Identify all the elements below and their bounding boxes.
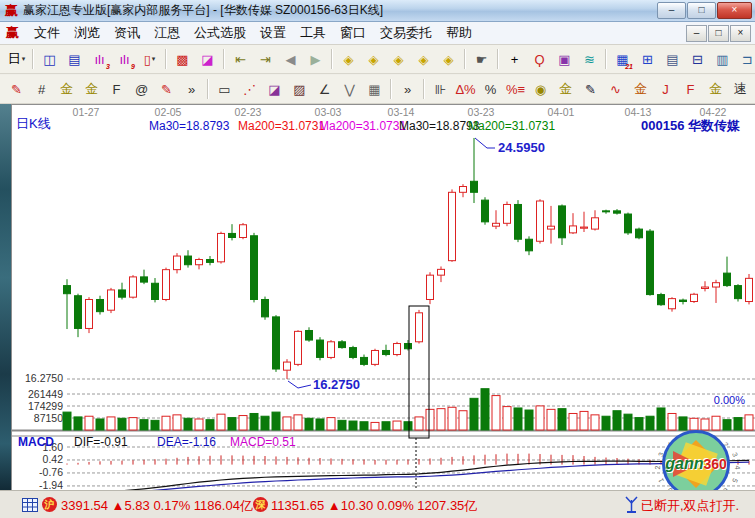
svg-text:-0.76: -0.76 bbox=[39, 466, 63, 478]
zoom-diamond-4-icon[interactable]: ◈ bbox=[411, 47, 436, 71]
zoom-diamond-5-icon[interactable]: ◈ bbox=[436, 47, 461, 71]
prev-page-icon[interactable]: ◀ bbox=[278, 47, 303, 71]
menu-item-3[interactable]: 江恩 bbox=[147, 23, 187, 42]
svg-text:Ma200=31.0731: Ma200=31.0731 bbox=[238, 119, 325, 133]
gold-angle-icon[interactable]: 金 bbox=[628, 77, 653, 101]
speed-line-icon[interactable]: 速 bbox=[728, 77, 753, 101]
pan-hand-icon[interactable]: ☛ bbox=[469, 47, 494, 71]
zoom-diamond-3-icon[interactable]: ◈ bbox=[386, 47, 411, 71]
gann-circle-icon[interactable]: ◉ bbox=[528, 77, 553, 101]
next-page-icon[interactable]: ▶ bbox=[303, 47, 328, 71]
toolbox-icon[interactable]: ▣ bbox=[552, 47, 577, 71]
zoom-diamond-2-icon[interactable]: ◈ bbox=[361, 47, 386, 71]
vee-line-icon[interactable]: ⋁ bbox=[337, 77, 362, 101]
menu-item-2[interactable]: 资讯 bbox=[107, 23, 147, 42]
spiral-icon[interactable]: @ bbox=[129, 77, 154, 101]
grid-tool-icon[interactable]: # bbox=[29, 77, 54, 101]
export-icon[interactable]: ▥ bbox=[710, 47, 735, 71]
svg-text:000156 华数传媒: 000156 华数传媒 bbox=[641, 118, 740, 133]
kline-chart-area[interactable]: 16.2750261449174299871501.600.42-0.76-1.… bbox=[11, 104, 755, 490]
candle-style-icon[interactable]: ▯▾ bbox=[137, 47, 162, 71]
menu-item-7[interactable]: 窗口 bbox=[333, 23, 373, 42]
percent-lines-icon[interactable]: %≡ bbox=[503, 77, 528, 101]
svg-text:04-01: 04-01 bbox=[548, 106, 575, 118]
mdi-restore-button[interactable]: □ bbox=[708, 25, 729, 42]
connection-status-text[interactable]: 已断开,双点打开. bbox=[641, 497, 739, 515]
mdi-minimize-button[interactable]: – bbox=[686, 25, 707, 42]
calculator-icon[interactable]: ⊞ bbox=[635, 47, 660, 71]
first-page-icon[interactable]: ⇤ bbox=[228, 47, 253, 71]
svg-text:16.2750: 16.2750 bbox=[25, 372, 63, 384]
menu-bar: 赢 文件浏览资讯江恩公式选股设置工具窗口交易委托帮助 – □ × bbox=[0, 22, 755, 45]
brush-icon[interactable]: ✎ bbox=[4, 77, 29, 101]
svg-text:03-03: 03-03 bbox=[315, 106, 342, 118]
status-bar: 沪 3391.54 ▲5.83 0.17% 1186.04亿 深 11351.6… bbox=[0, 490, 755, 518]
gann-gold2-icon[interactable]: 金 bbox=[79, 77, 104, 101]
svg-text:MACD: MACD bbox=[18, 435, 54, 449]
maximize-button[interactable]: □ bbox=[687, 2, 716, 19]
svg-text:04-22: 04-22 bbox=[700, 106, 727, 118]
wave-icon[interactable]: ∿ bbox=[603, 77, 628, 101]
last-page-icon[interactable]: ⇥ bbox=[253, 47, 278, 71]
magnifier-icon[interactable]: Ϙ bbox=[527, 47, 552, 71]
menu-logo-icon: 赢 bbox=[6, 24, 19, 42]
fibonacci-icon[interactable]: F bbox=[104, 77, 129, 101]
minimize-button[interactable]: – bbox=[657, 2, 686, 19]
calendar-icon[interactable]: ▦21 bbox=[610, 47, 635, 71]
ray-fan-icon[interactable]: ⋰ bbox=[237, 77, 262, 101]
percent-icon[interactable]: % bbox=[478, 77, 503, 101]
kline-chart-canvas[interactable]: 16.2750261449174299871501.600.42-0.76-1.… bbox=[12, 105, 755, 490]
menu-item-4[interactable]: 公式选股 bbox=[187, 23, 253, 42]
minute3-chart-icon[interactable]: ılı3 bbox=[87, 47, 112, 71]
angle-line-icon[interactable]: ∠ bbox=[312, 77, 337, 101]
quote-list-icon[interactable]: ▤ bbox=[62, 47, 87, 71]
mdi-close-button[interactable]: × bbox=[730, 25, 751, 42]
gann-gold-icon[interactable]: 金 bbox=[54, 77, 79, 101]
rect-tool-icon[interactable]: ▭ bbox=[212, 77, 237, 101]
marker-icon[interactable]: ✎ bbox=[578, 77, 603, 101]
intraday-chart-icon[interactable]: ◫ bbox=[37, 47, 62, 71]
shenzhen-index-quote: 11351.65 ▲10.30 0.09% 1207.35亿 bbox=[271, 497, 477, 515]
toolbar-separator bbox=[390, 79, 392, 99]
j-angle-icon[interactable]: J bbox=[653, 77, 678, 101]
market-table-icon[interactable] bbox=[22, 498, 38, 512]
scale-ruler-icon[interactable]: ⊪ bbox=[428, 77, 453, 101]
svg-text:261449: 261449 bbox=[28, 388, 63, 400]
svg-text:Ma200=31.0731: Ma200=31.0731 bbox=[319, 119, 406, 133]
pattern-box-icon[interactable]: ▩ bbox=[170, 47, 195, 71]
menu-item-0[interactable]: 文件 bbox=[27, 23, 67, 42]
brush-ruler-icon[interactable]: ✎ bbox=[154, 77, 179, 101]
menu-item-6[interactable]: 工具 bbox=[293, 23, 333, 42]
minute9-chart-icon[interactable]: ılı9 bbox=[112, 47, 137, 71]
percent-retrace-icon[interactable]: Δ% bbox=[453, 77, 478, 101]
download-cart-icon[interactable]: ⊐ bbox=[735, 47, 755, 71]
kline-period-selector[interactable]: 日▾ bbox=[4, 47, 29, 71]
menu-item-8[interactable]: 交易委托 bbox=[373, 23, 439, 42]
toolbar-drawing: ✎#金金F@✎»▭⋰◪▨∠⋁▦»⊪Δ%%%≡◉金✎∿金JF金速赢四 bbox=[0, 75, 755, 104]
svg-text:03-23: 03-23 bbox=[468, 106, 495, 118]
more-tools-icon[interactable]: » bbox=[179, 77, 204, 101]
hatch-box-icon[interactable]: ▨ bbox=[287, 77, 312, 101]
toolbar-main: 日▾◫▤ılı3ılı9▯▾▩◪⇤⇥◀▶◈◈◈◈◈☛+Ϙ▣≋▦21⊞▤⊟▥⊐ bbox=[0, 45, 755, 74]
notebook-icon[interactable]: ▤ bbox=[660, 47, 685, 71]
zoom-diamond-1-icon[interactable]: ◈ bbox=[336, 47, 361, 71]
grid-block-icon[interactable]: ▦ bbox=[362, 77, 387, 101]
svg-text:02-23: 02-23 bbox=[235, 106, 262, 118]
menu-item-5[interactable]: 设置 bbox=[253, 23, 293, 42]
arc-box-icon[interactable]: ◪ bbox=[262, 77, 287, 101]
menu-item-1[interactable]: 浏览 bbox=[67, 23, 107, 42]
shenzhen-index-icon[interactable]: 深 bbox=[253, 497, 268, 512]
gold-lines-icon[interactable]: 金 bbox=[553, 77, 578, 101]
close-button[interactable]: × bbox=[717, 2, 752, 19]
toolbar-separator bbox=[464, 49, 466, 69]
more-tools2-icon[interactable]: » bbox=[395, 77, 420, 101]
crosshair-icon[interactable]: + bbox=[502, 47, 527, 71]
gold-ray-icon[interactable]: 金 bbox=[703, 77, 728, 101]
multi-line-icon[interactable]: ≋ bbox=[577, 47, 602, 71]
shanghai-index-icon[interactable]: 沪 bbox=[42, 497, 57, 512]
toolbar-separator bbox=[165, 49, 167, 69]
save-icon[interactable]: ⊟ bbox=[685, 47, 710, 71]
f-angle-icon[interactable]: F bbox=[678, 77, 703, 101]
menu-item-9[interactable]: 帮助 bbox=[439, 23, 479, 42]
trend-flag-icon[interactable]: ◪ bbox=[195, 47, 220, 71]
